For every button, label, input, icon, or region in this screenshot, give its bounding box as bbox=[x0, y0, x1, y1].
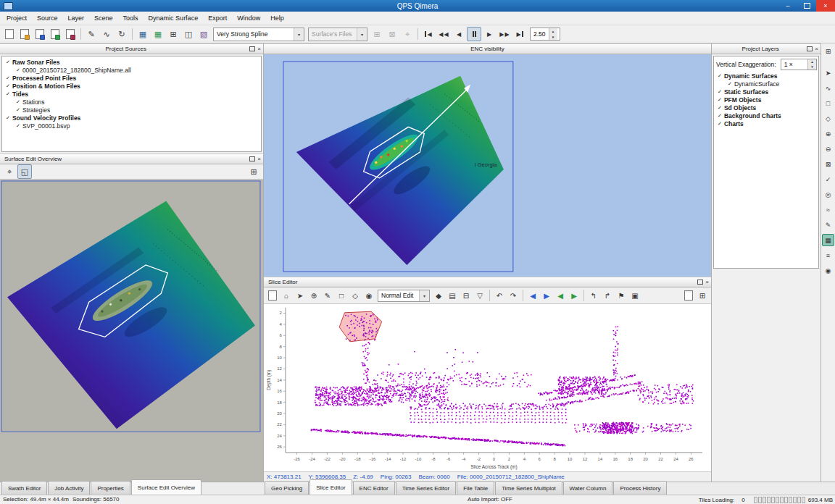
tree-item-background-charts[interactable]: ✓Background Charts bbox=[714, 112, 818, 119]
profile-tool-icon[interactable]: ≈ bbox=[822, 203, 834, 216]
maximize-button[interactable] bbox=[797, 0, 816, 12]
skip-start-button[interactable]: ◀ bbox=[421, 27, 436, 41]
tab-time-series-multiplot[interactable]: Time Series Multiplot bbox=[495, 481, 562, 495]
tree-item-processed-point-files[interactable]: ✓Processed Point Files bbox=[2, 74, 261, 82]
fast-forward-button[interactable]: ▶▶ bbox=[497, 27, 512, 41]
tree-item-dynamic-surfaces[interactable]: ✓Dynamic Surfaces bbox=[714, 72, 818, 80]
checkbox[interactable]: ✓ bbox=[718, 113, 722, 119]
export-plot-icon[interactable] bbox=[266, 289, 279, 302]
checkbox[interactable]: ✓ bbox=[6, 115, 10, 121]
tree-item-sd-objects[interactable]: ✓Sd Objects bbox=[714, 104, 818, 112]
surface-files-select[interactable]: Surface's Files ▾ bbox=[308, 28, 367, 41]
enc-3d-view[interactable]: l Georgia bbox=[264, 54, 711, 277]
eye-tool-icon[interactable]: ◉ bbox=[822, 264, 834, 277]
tab-geo-picking[interactable]: Geo Picking bbox=[265, 481, 309, 495]
lasso-tool-icon[interactable]: ∿ bbox=[822, 82, 834, 94]
cursor-select-icon[interactable]: ➤ bbox=[294, 289, 307, 302]
close-button[interactable]: × bbox=[816, 0, 835, 12]
poly-select-icon[interactable]: ◇ bbox=[349, 289, 362, 302]
menu-item-layer[interactable]: Layer bbox=[63, 13, 90, 23]
menu-item-window[interactable]: Window bbox=[232, 13, 265, 23]
settings-grid-icon[interactable]: ⊞ bbox=[696, 289, 709, 302]
surface-filter-icon[interactable]: ▧ bbox=[196, 27, 211, 41]
tree-item-strategies[interactable]: ✓Strategies bbox=[2, 106, 261, 114]
tree-item-tides[interactable]: ✓Tides bbox=[2, 90, 261, 98]
tab-properties[interactable]: Properties bbox=[91, 481, 130, 495]
tab-time-series-editor[interactable]: Time Series Editor bbox=[396, 481, 457, 495]
menu-item-help[interactable]: Help bbox=[265, 13, 289, 23]
menu-item-dynamic-surface[interactable]: Dynamic Surface bbox=[144, 13, 204, 23]
vertical-exaggeration-spinner[interactable]: 1 × ▲ ▼ bbox=[781, 59, 817, 70]
reject-tool-icon[interactable]: ⊠ bbox=[822, 158, 834, 170]
add-raw-sonar-icon[interactable] bbox=[48, 27, 62, 41]
zoom-in-tool-icon[interactable]: ⊕ bbox=[822, 127, 834, 140]
spin-down-icon[interactable]: ▼ bbox=[549, 34, 557, 40]
spline-select[interactable]: Very Strong Spline ▾ bbox=[213, 28, 304, 41]
tab-surface-edit-overview[interactable]: Surface Edit Overview bbox=[131, 479, 202, 495]
checkbox[interactable]: ✓ bbox=[728, 81, 732, 87]
checkbox[interactable]: ✓ bbox=[718, 97, 722, 103]
float-panel-icon[interactable] bbox=[249, 46, 255, 51]
minimize-button[interactable]: – bbox=[778, 0, 797, 12]
float-panel-icon[interactable] bbox=[249, 156, 255, 161]
surface-shade-icon[interactable]: ▦ bbox=[136, 27, 150, 41]
tree-item-svp-00001-bsvp[interactable]: ✓SVP_00001.bsvp bbox=[2, 122, 261, 130]
checkbox[interactable]: ✓ bbox=[16, 123, 20, 129]
select-region-icon[interactable]: ◱ bbox=[17, 164, 32, 179]
subtract-icon[interactable]: ⊟ bbox=[460, 289, 473, 302]
rotate-right-icon[interactable]: ↱ bbox=[601, 289, 614, 302]
skip-end-button[interactable]: ▶ bbox=[512, 27, 527, 41]
checkbox[interactable]: ✓ bbox=[718, 121, 722, 127]
rect-select-icon[interactable]: □ bbox=[335, 289, 348, 302]
rect-select-tool-icon[interactable]: □ bbox=[822, 97, 834, 109]
close-panel-icon[interactable]: × bbox=[257, 156, 261, 162]
spin-down-icon[interactable]: ▼ bbox=[808, 64, 816, 70]
tab-job-activity[interactable]: Job Activity bbox=[48, 481, 90, 495]
checkbox[interactable]: ✓ bbox=[6, 91, 10, 97]
panel-grid-icon[interactable]: ⊞ bbox=[822, 45, 834, 57]
snapshot-icon[interactable]: ▣ bbox=[628, 289, 641, 302]
surface-grid-icon[interactable]: ⊞ bbox=[166, 27, 180, 41]
zoom-out-tool-icon[interactable]: ⊖ bbox=[822, 143, 834, 155]
checkbox[interactable]: ✓ bbox=[16, 107, 20, 113]
open-project-icon[interactable] bbox=[17, 27, 32, 41]
globe-tool-icon[interactable]: ◎ bbox=[822, 188, 834, 201]
table-icon[interactable]: ▤ bbox=[446, 289, 459, 302]
reprocess-icon[interactable]: ↻ bbox=[115, 27, 129, 41]
redo-icon[interactable]: ↷ bbox=[507, 289, 520, 302]
spin-up-icon[interactable]: ▲ bbox=[549, 28, 557, 34]
tab-enc-editor[interactable]: ENC Editor bbox=[353, 481, 395, 495]
lock-view-icon[interactable]: ⊠ bbox=[385, 27, 399, 41]
tree-item-stations[interactable]: ✓Stations bbox=[2, 98, 261, 106]
profile-tool-icon[interactable]: ∿ bbox=[99, 27, 114, 41]
surface-contour-icon[interactable]: ◫ bbox=[181, 27, 196, 41]
menu-item-project[interactable]: Project bbox=[1, 13, 32, 23]
menu-item-scene[interactable]: Scene bbox=[89, 13, 118, 23]
poly-select-tool-icon[interactable]: ◇ bbox=[822, 112, 834, 125]
tree-item-position-motion-files[interactable]: ✓Position & Motion Files bbox=[2, 82, 261, 90]
edit-mode-select[interactable]: Normal Edit ▾ bbox=[378, 290, 430, 302]
display-options-icon[interactable]: ⊞ bbox=[246, 164, 261, 179]
edit-tool-icon[interactable]: ✎ bbox=[84, 27, 99, 41]
fast-rewind-button[interactable]: ◀◀ bbox=[436, 27, 451, 41]
tab-water-column[interactable]: Water Column bbox=[563, 481, 613, 495]
menu-item-export[interactable]: Export bbox=[203, 13, 232, 23]
prev-accept-icon[interactable]: ◀ bbox=[554, 289, 567, 302]
next-accept-icon[interactable]: ▶ bbox=[568, 289, 581, 302]
report-icon[interactable] bbox=[682, 289, 695, 302]
home-view-icon[interactable]: ⌂ bbox=[280, 289, 293, 302]
tab-swath-editor[interactable]: Swath Editor bbox=[1, 481, 47, 495]
undo-icon[interactable]: ↶ bbox=[493, 289, 506, 302]
tab-process-history[interactable]: Process History bbox=[613, 481, 667, 495]
pause-button[interactable] bbox=[467, 27, 481, 41]
add-processed-points-icon[interactable] bbox=[63, 27, 78, 41]
tree-item-pfm-objects[interactable]: ✓PFM Objects bbox=[714, 96, 818, 104]
filter-icon[interactable]: ▽ bbox=[473, 289, 486, 302]
zoom-fit-icon[interactable]: ⌖ bbox=[2, 164, 17, 179]
step-forward-button[interactable]: ▶ bbox=[482, 27, 497, 41]
accept-tool-icon[interactable]: ✓ bbox=[822, 173, 834, 185]
close-panel-icon[interactable]: × bbox=[815, 46, 818, 52]
step-size-spinner[interactable]: 2.50 ▲ ▼ bbox=[530, 28, 560, 41]
tree-item-0000-20150712-182800-shipname-all[interactable]: ✓0000_20150712_182800_ShipName.all bbox=[2, 66, 261, 74]
close-panel-icon[interactable]: × bbox=[257, 46, 261, 52]
